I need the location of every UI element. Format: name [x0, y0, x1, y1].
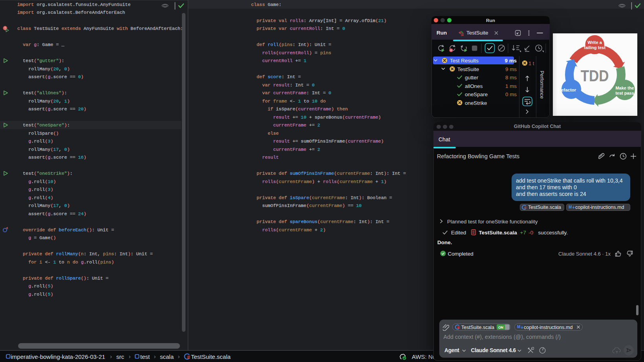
- svg-text:Write a: Write a: [587, 40, 602, 45]
- svg-text:failing test: failing test: [584, 45, 605, 50]
- svg-text:Refactor: Refactor: [558, 88, 576, 92]
- svg-text:test pass: test pass: [615, 91, 634, 95]
- svg-text:Make the: Make the: [615, 86, 634, 90]
- svg-text:TDD: TDD: [581, 67, 609, 84]
